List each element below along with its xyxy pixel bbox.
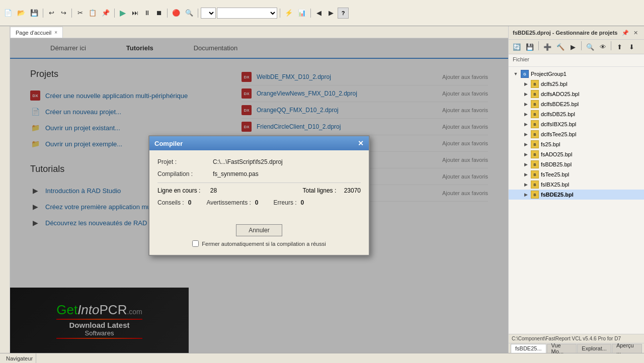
toolbar-new-btn[interactable]: 📄 xyxy=(2,8,14,19)
pm-up-btn[interactable]: ⬆ xyxy=(614,41,625,52)
bpl-icon-6: B xyxy=(531,140,539,148)
welcome-tab[interactable]: Page d'accueil × xyxy=(10,27,63,38)
tree-item-6[interactable]: ▶ B fs25.bpl xyxy=(509,139,644,149)
compiler-erreurs-value: 0 xyxy=(301,199,304,206)
toolbar-redo-btn[interactable]: ↪ xyxy=(58,8,69,19)
pause-btn[interactable]: ⏸ xyxy=(141,8,152,19)
sep2 xyxy=(71,9,72,18)
pm-toolbar: 🔄 💾 ➕ 🔨 ▶ 🔍 👁 ⬆ ⬇ xyxy=(509,40,644,54)
tree-item-10[interactable]: ▶ B fsIBX25.bpl xyxy=(509,179,644,190)
welcome-page: Démarrer ici Tutoriels Documentation Pro… xyxy=(10,38,508,353)
compiler-modal-overlay: Compiler ✕ Projet : C:\...\FastScript\fs… xyxy=(10,38,508,353)
bpl-img-1: B xyxy=(531,90,539,98)
bpl-icon-11: B xyxy=(531,191,539,199)
tree-item-1[interactable]: ▶ B dclfsADO25.bpl xyxy=(509,89,644,99)
tree-label-4: dclfsIBX25.bpl xyxy=(541,121,576,127)
bpl-icon-7: B xyxy=(531,150,539,158)
pm-view-btn[interactable]: 👁 xyxy=(597,41,608,52)
compiler-erreurs-label: Erreurs : xyxy=(274,199,297,206)
compiler-cancel-btn[interactable]: Annuler xyxy=(236,224,282,236)
compiler-autoclose-label: Fermer automatiquement si la compilation… xyxy=(202,241,326,247)
platform-select[interactable]: Windows 32 bits xyxy=(201,8,216,19)
tree-group-label: ProjectGroup1 xyxy=(531,71,567,77)
compiler-divider1 xyxy=(157,183,361,183)
pm-new-btn[interactable]: 🔄 xyxy=(511,41,523,52)
compiler-avert-item: Avertissements : 0 xyxy=(206,199,258,206)
main-layout: Page d'accueil × Démarrer ici Tutoriels … xyxy=(0,26,644,353)
rp-pin-btn[interactable]: 📌 xyxy=(621,28,630,37)
compiler-compilation-value: fs_synmemo.pas xyxy=(213,170,361,177)
bpl-img-9: B xyxy=(531,170,539,178)
toolbar: 📄 📂 💾 ↩ ↪ ✂ 📋 📌 ▶ ⏭ ⏸ ⏹ 🔴 🔍 Windows 32 b… xyxy=(0,0,644,26)
toolbar-cut-btn[interactable]: ✂ xyxy=(74,8,86,19)
tree-item-9[interactable]: ▶ B fsTee25.bpl xyxy=(509,169,644,179)
help-btn[interactable]: ? xyxy=(338,8,349,19)
compiler-ligne-value: 28 xyxy=(210,187,217,194)
tree-item-8[interactable]: ▶ B fsBDB25.bpl xyxy=(509,159,644,169)
tab-label: Page d'accueil xyxy=(16,30,51,36)
tree-item-2[interactable]: ▶ B dclfsBDE25.bpl xyxy=(509,99,644,109)
tree-item-11[interactable]: ▶ B fsBDE25.bpl xyxy=(509,190,644,200)
toolbar-evaluate-btn[interactable]: 🔍 xyxy=(183,8,195,19)
compiler-total-group: Total lignes : 23070 xyxy=(303,187,361,194)
pm-down-btn[interactable]: ⬇ xyxy=(626,41,637,52)
compiler-count-row: Conseils : 0 Avertissements : 0 Erreurs … xyxy=(157,199,361,206)
compiler-projet-label: Projet : xyxy=(157,158,213,165)
toolbar-save-btn[interactable]: 💾 xyxy=(28,8,40,19)
navigator-tab[interactable]: Navigateur xyxy=(3,353,36,363)
stop-btn[interactable]: ⏹ xyxy=(153,8,165,19)
tree-item-3[interactable]: ▶ B dclfsDB25.bpl xyxy=(509,109,644,119)
sep1 xyxy=(43,9,43,18)
tree-label-8: fsBDB25.bpl xyxy=(541,161,572,167)
status-bar: Navigateur xyxy=(0,353,644,363)
pm-tab-1[interactable]: Vue Mo... xyxy=(547,344,577,353)
toolbar-copy-btn[interactable]: 📋 xyxy=(87,8,99,19)
bpl-img-5: B xyxy=(531,130,539,138)
pm-build-btn[interactable]: 🔨 xyxy=(554,41,567,52)
group-icon: G xyxy=(521,70,529,78)
right-panel-title: fsBDE25.dproj - Gestionnaire de projets xyxy=(513,30,617,36)
tree-item-0[interactable]: ▶ B dclfs25.bpl xyxy=(509,79,644,89)
toolbar-back-btn[interactable]: ◀ xyxy=(313,8,325,19)
tree-item-5[interactable]: ▶ B dclfsTee25.bpl xyxy=(509,129,644,139)
step-over-btn[interactable]: ⏭ xyxy=(129,8,140,19)
compiler-autoclose-checkbox[interactable] xyxy=(192,240,199,247)
tree-exp-2: ▶ xyxy=(523,101,529,107)
tree-group-item[interactable]: ▼ G ProjectGroup1 xyxy=(509,69,644,79)
toolbar-breakpoint-btn[interactable]: 🔴 xyxy=(170,8,182,19)
pm-run-btn[interactable]: ▶ xyxy=(568,41,579,52)
pm-tab-3[interactable]: Aperçu ... xyxy=(612,344,642,353)
right-panel-header: fsBDE25.dproj - Gestionnaire de projets … xyxy=(509,26,644,40)
bpl-icon-9: B xyxy=(531,170,539,178)
bpl-img-0: B xyxy=(531,80,539,88)
tree-label-6: fs25.bpl xyxy=(541,141,560,147)
pm-tab-2[interactable]: Explorat... xyxy=(577,344,611,353)
toolbar-open-btn[interactable]: 📂 xyxy=(15,8,27,19)
toolbar-paste-btn[interactable]: 📌 xyxy=(100,8,112,19)
pm-sep1 xyxy=(538,41,539,50)
tree-label-7: fsADO25.bpl xyxy=(541,151,572,157)
compiler-footer: Annuler Fermer automatiquement si la com… xyxy=(149,220,369,255)
tree-exp-8: ▶ xyxy=(523,161,529,167)
pm-save-btn[interactable]: 💾 xyxy=(524,41,536,52)
compiler-close-btn[interactable]: ✕ xyxy=(358,139,364,147)
rp-close-btn[interactable]: ✕ xyxy=(631,28,640,37)
tree-item-4[interactable]: ▶ B dclfsIBX25.bpl xyxy=(509,119,644,129)
toolbar-undo-btn[interactable]: ↩ xyxy=(46,8,57,19)
pm-tree: ▼ G ProjectGroup1 ▶ B dclfs25.bpl ▶ B dc… xyxy=(509,67,644,334)
toolbar-forward-btn[interactable]: ▶ xyxy=(326,8,337,19)
tree-exp-5: ▶ xyxy=(523,131,529,137)
toolbar-deploy-btn[interactable]: ⚡ xyxy=(283,8,295,19)
tree-exp-10: ▶ xyxy=(523,182,529,188)
toolbar-profile-btn[interactable]: 📊 xyxy=(296,8,308,19)
tree-label-5: dclfsTee25.bpl xyxy=(541,131,576,137)
pm-add-btn[interactable]: ➕ xyxy=(541,41,553,52)
bpl-img-8: B xyxy=(531,160,539,168)
pm-sep3 xyxy=(611,41,611,50)
run-btn[interactable]: ▶ xyxy=(117,8,128,19)
config-select[interactable] xyxy=(217,8,277,19)
pm-tab-0[interactable]: fsBDE25... xyxy=(511,344,546,353)
tab-close-btn[interactable]: × xyxy=(54,30,57,35)
pm-filter-btn[interactable]: 🔍 xyxy=(584,41,596,52)
tree-item-7[interactable]: ▶ B fsADO25.bpl xyxy=(509,149,644,159)
